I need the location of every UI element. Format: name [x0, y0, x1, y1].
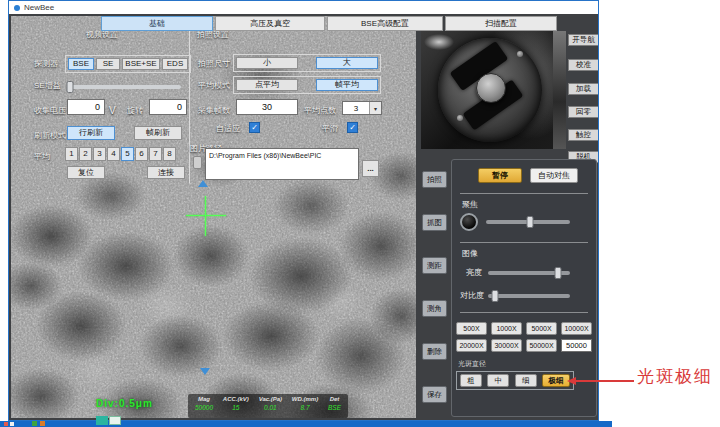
contrast-slider[interactable]: [488, 294, 570, 298]
pan-up-icon[interactable]: [198, 180, 208, 187]
panel-divider: [460, 193, 588, 194]
detector-eds-button[interactable]: EDS: [162, 58, 188, 70]
smooth-checkbox[interactable]: [347, 122, 358, 133]
voltage-unit: V: [109, 105, 116, 116]
taskbar-icon[interactable]: [40, 421, 45, 426]
average-group: 1 2 3 4 5 6 7 8: [65, 145, 176, 163]
snapshot-button[interactable]: 拍照: [422, 171, 447, 188]
mag-1000x-button[interactable]: 1000X: [491, 322, 522, 335]
average-6-button[interactable]: 6: [135, 147, 148, 161]
frames-input[interactable]: 30: [236, 99, 298, 115]
size-large-button[interactable]: 大: [316, 57, 378, 69]
rotation-input[interactable]: 0: [149, 99, 187, 115]
touch-control-button[interactable]: 触控: [568, 129, 598, 141]
avg-mode-group: 点平均 帧平均: [233, 76, 381, 94]
navigation-camera-view[interactable]: [421, 31, 566, 149]
delete-button[interactable]: 删除: [422, 343, 447, 360]
focus-slider-handle[interactable]: [526, 216, 533, 228]
taskbar-icon[interactable]: [4, 422, 8, 426]
mag-20000x-button[interactable]: 20000X: [456, 339, 487, 352]
frame-refresh-button[interactable]: 帧刷新: [134, 126, 182, 140]
line-refresh-button[interactable]: 行刷新: [67, 126, 115, 140]
brightness-slider[interactable]: [488, 271, 570, 275]
spot-coarse-button[interactable]: 粗: [460, 374, 482, 387]
load-button[interactable]: 加载: [568, 83, 598, 95]
brightness-slider-handle[interactable]: [554, 267, 561, 279]
tab-bse-advanced[interactable]: BSE高级配置: [327, 16, 443, 31]
average-3-button[interactable]: 3: [93, 147, 106, 161]
average-7-button[interactable]: 7: [149, 147, 162, 161]
detector-bse-se-button[interactable]: BSE+SE: [122, 58, 160, 70]
screenshot-stage: NewBee: [0, 0, 720, 427]
home-zero-button[interactable]: 回零: [568, 106, 598, 118]
window-title: NewBee: [24, 3, 54, 12]
average-1-button[interactable]: 1: [65, 147, 78, 161]
pan-down-icon[interactable]: [200, 368, 210, 375]
gain-slider-handle[interactable]: [67, 81, 74, 93]
crosshair-horizontal: [186, 215, 226, 216]
average-8-button[interactable]: 8: [163, 147, 176, 161]
voltage-input[interactable]: 0: [67, 99, 105, 115]
reset-button[interactable]: 复位: [67, 166, 105, 179]
mag-30000x-button[interactable]: 30000X: [491, 339, 522, 352]
open-navigation-button[interactable]: 开导航: [568, 34, 598, 46]
detector-label: 探测器: [34, 60, 58, 69]
newbee-window: NewBee: [8, 0, 599, 421]
connect-button[interactable]: 连接: [147, 166, 185, 179]
tab-scan-config[interactable]: 扫描配置: [445, 16, 557, 31]
taskbar-icon[interactable]: [10, 422, 14, 426]
measure-distance-button[interactable]: 测距: [422, 257, 447, 274]
measure-angle-button[interactable]: 测角: [422, 300, 447, 317]
gain-slider[interactable]: [67, 85, 181, 89]
avg-points-value: 3: [343, 104, 369, 113]
rotation-label: 旋转: [127, 107, 143, 116]
average-2-button[interactable]: 2: [79, 147, 92, 161]
focus-slider[interactable]: [486, 220, 570, 224]
taskbar-icon[interactable]: [32, 421, 37, 426]
frame-average-button[interactable]: 帧平均: [316, 79, 378, 91]
spot-medium-button[interactable]: 中: [487, 374, 509, 387]
settings-divider: [189, 31, 190, 183]
mag-5000x-button[interactable]: 5000X: [526, 322, 557, 335]
tab-basic[interactable]: 基础: [101, 16, 213, 31]
mag-10000x-button[interactable]: 10000X: [561, 322, 592, 335]
autofocus-button[interactable]: 自动对焦: [530, 168, 578, 183]
spot-fine-button[interactable]: 细: [515, 374, 537, 387]
taskbar-icon[interactable]: [96, 416, 108, 425]
average-5-button[interactable]: 5: [121, 147, 134, 161]
average-4-button[interactable]: 4: [107, 147, 120, 161]
grab-image-button[interactable]: 抓图: [422, 214, 447, 231]
hud-det: Det BSE: [328, 396, 341, 416]
pause-button[interactable]: 暂停: [478, 168, 522, 183]
chevron-down-icon[interactable]: ▾: [369, 102, 381, 114]
adaptive-checkbox[interactable]: [249, 122, 260, 133]
point-average-button[interactable]: 点平均: [236, 79, 298, 91]
gain-label: SE增益: [34, 82, 61, 91]
avg-points-select[interactable]: 3 ▾: [342, 101, 382, 115]
detector-bse-button[interactable]: BSE: [68, 58, 94, 70]
mag-500x-button[interactable]: 500X: [456, 322, 487, 335]
photo-size-label: 拍照尺寸: [198, 60, 230, 69]
focus-knob[interactable]: [460, 213, 478, 231]
calibrate-button[interactable]: 校准: [568, 59, 598, 71]
spot-diameter-label: 光斑直径: [458, 360, 486, 367]
window-content: 基础 高压及真空 BSE高级配置 扫描配置 视频设置 探测器 BSE SE BS…: [9, 14, 598, 420]
video-settings-title: 视频设置: [86, 31, 118, 40]
browse-button[interactable]: ...: [362, 160, 379, 177]
title-bar[interactable]: NewBee: [9, 1, 598, 14]
contrast-slider-handle[interactable]: [491, 290, 498, 302]
save-button[interactable]: 保存: [422, 386, 447, 403]
size-small-button[interactable]: 小: [236, 57, 298, 69]
frames-label: 采集帧数: [198, 107, 230, 116]
mag-50000x-button[interactable]: 50000X: [526, 339, 557, 352]
brightness-label: 亮度: [466, 269, 482, 277]
tab-hv-vacuum[interactable]: 高压及真空: [215, 16, 325, 31]
detector-se-button[interactable]: SE: [96, 58, 120, 70]
path-textbox[interactable]: D:\Program Files (x86)\NewBee\PIC: [205, 148, 359, 180]
camera-machinery: [553, 31, 566, 149]
taskbar[interactable]: [0, 421, 612, 427]
spot-ultrafine-button[interactable]: 极细: [542, 374, 570, 387]
photo-size-group: 小 大: [233, 54, 381, 72]
taskbar-icon[interactable]: [109, 416, 121, 425]
mag-value-input[interactable]: 50000: [561, 339, 592, 352]
